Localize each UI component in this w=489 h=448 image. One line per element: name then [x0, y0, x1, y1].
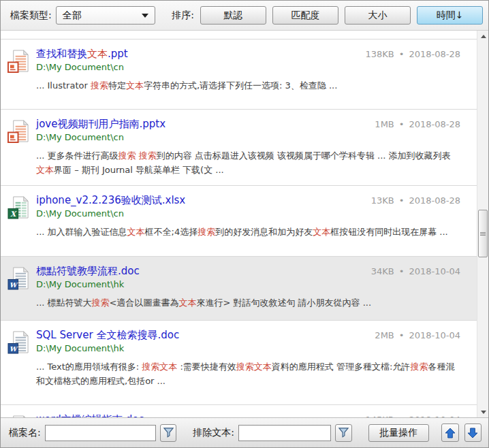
result-path: D:\My Document\cn: [36, 208, 460, 219]
result-snippet: ... 更多条件进行高级搜索 搜索到的内容 点击标题进入该视频 该视频属于哪个学…: [36, 148, 460, 177]
result-date: 2018-10-04: [409, 266, 460, 276]
file-type-label: 檔案類型:: [10, 10, 52, 22]
exclude-text-input[interactable]: [238, 425, 331, 441]
move-down-button[interactable]: [464, 423, 482, 442]
result-snippet: ... 加入群输入验证信息文本框不全;4选择搜索到的好发消息和加为好友文本框按钮…: [36, 225, 460, 239]
result-date: 2018-10-04: [409, 415, 460, 417]
result-item[interactable]: jove视频期刊用户指南.pptx 1MB•2018-08-28 D:\My D…: [1, 110, 477, 186]
result-meta: 13KB•2018-08-28: [363, 195, 460, 206]
xlsx-file-icon: X: [7, 195, 30, 221]
ppt-file-icon: [7, 119, 30, 144]
move-up-button[interactable]: [441, 423, 459, 442]
result-date: 2018-08-28: [409, 119, 460, 129]
result-snippet: ... Text的應用領域有很多: 搜索文本 :需要快捷有效搜索文本資料的應用程…: [36, 359, 460, 388]
file-type-select[interactable]: 全部: [56, 6, 155, 25]
result-item-partial[interactable]: W word文檔編輯指南.doc 145KB•2018-10-04 D:\My …: [1, 405, 477, 417]
result-size: 145KB: [366, 415, 394, 417]
file-type-selected-value: 全部: [63, 10, 82, 22]
filename-filter-input[interactable]: [45, 425, 156, 441]
vertical-scrollbar[interactable]: [477, 31, 488, 417]
chevron-down-icon: [142, 14, 148, 18]
scroll-down-button[interactable]: [477, 406, 488, 417]
scrollbar-grip-icon: [480, 231, 486, 236]
result-title-link[interactable]: SQL Server 全文檢索搜尋.doc: [36, 329, 179, 342]
result-path: D:\My Document\cn: [36, 62, 460, 72]
result-title-link[interactable]: 查找和替换文本.ppt: [36, 48, 128, 61]
result-meta: 34KB•2018-10-04: [363, 266, 460, 276]
ppt-file-icon: [7, 49, 30, 74]
funnel-icon: [338, 427, 349, 438]
result-date: 2018-08-28: [409, 49, 460, 59]
result-date: 2018-10-04: [409, 330, 460, 340]
result-path: D:\My Document\hk: [36, 279, 460, 289]
result-snippet: ... Ilustrator 搜索特定文本字符串的方式,请选择下列任一选项: 3…: [36, 78, 460, 93]
exclude-text-label: 排除文本:: [193, 427, 234, 439]
result-content: iphone_v2.2.236验收测试.xlsx 13KB•2018-08-28…: [36, 194, 460, 256]
result-title-link[interactable]: 標點符號教學流程.doc: [36, 265, 140, 278]
doc-file-icon: W: [7, 415, 30, 417]
arrow-down-icon: [467, 428, 478, 438]
result-meta: 145KB•2018-10-04: [358, 415, 461, 417]
result-size: 2MB: [375, 330, 394, 340]
result-title-link[interactable]: word文檔編輯指南.doc: [36, 413, 144, 417]
sort-button-default[interactable]: 默認: [200, 6, 266, 25]
results-list: 查找和替换文本.ppt 138KB•2018-08-28 D:\My Docum…: [1, 31, 477, 417]
scrollbar-thumb[interactable]: [478, 210, 488, 257]
result-size: 138KB: [366, 49, 394, 59]
result-content: 查找和替换文本.ppt 138KB•2018-08-28 D:\My Docum…: [36, 48, 460, 109]
result-size: 34KB: [371, 266, 394, 276]
sort-label: 排序:: [172, 10, 194, 22]
sort-button-time[interactable]: 時間↓: [417, 6, 483, 25]
result-item[interactable]: W 標點符號教學流程.doc 34KB•2018-10-04 D:\My Doc…: [1, 257, 477, 321]
result-icon-column: [7, 48, 36, 109]
result-meta: 138KB•2018-08-28: [358, 49, 461, 59]
result-content: word文檔編輯指南.doc 145KB•2018-10-04 D:\My Do…: [36, 413, 460, 417]
result-item[interactable]: W SQL Server 全文檢索搜尋.doc 2MB•2018-10-04 D…: [1, 321, 477, 405]
scroll-up-button[interactable]: [477, 31, 488, 42]
funnel-icon: [163, 427, 174, 438]
result-title-link[interactable]: iphone_v2.2.236验收测试.xlsx: [36, 194, 185, 207]
result-meta: 1MB•2018-08-28: [366, 119, 460, 129]
triangle-down-icon: [481, 411, 486, 414]
sort-button-match[interactable]: 匹配度: [272, 6, 338, 25]
filename-filter-button[interactable]: [160, 424, 177, 442]
bottom-toolbar: 檔案名: 排除文本: 批量操作: [1, 417, 488, 447]
result-icon-column: W: [7, 265, 36, 320]
sort-button-size[interactable]: 大小: [345, 6, 411, 25]
result-meta: 2MB•2018-10-04: [366, 330, 460, 340]
result-path: D:\My Document\cn: [36, 132, 460, 142]
filename-filter-label: 檔案名:: [9, 427, 41, 439]
batch-operations-button[interactable]: 批量操作: [368, 424, 429, 442]
doc-file-icon: W: [7, 266, 30, 291]
result-date: 2018-08-28: [409, 195, 460, 206]
top-toolbar: 檔案類型: 全部 排序: 默認匹配度大小時間↓: [1, 1, 488, 31]
result-content: 標點符號教學流程.doc 34KB•2018-10-04 D:\My Docum…: [36, 265, 460, 320]
results-area: 查找和替换文本.ppt 138KB•2018-08-28 D:\My Docum…: [1, 31, 488, 417]
result-item[interactable]: X iphone_v2.2.236验收测试.xlsx 13KB•2018-08-…: [1, 186, 477, 257]
file-search-window: 檔案類型: 全部 排序: 默認匹配度大小時間↓ 查找和替换文本.ppt 138K…: [0, 0, 489, 448]
result-icon-column: W: [7, 413, 36, 417]
doc-file-icon: W: [7, 330, 30, 355]
arrow-up-icon: [445, 428, 456, 438]
result-icon-column: [7, 118, 36, 185]
sort-group: 排序: 默認匹配度大小時間↓: [172, 6, 483, 25]
result-icon-column: X: [7, 194, 36, 256]
result-icon-column: W: [7, 329, 36, 404]
result-item[interactable]: 查找和替换文本.ppt 138KB•2018-08-28 D:\My Docum…: [1, 39, 477, 110]
result-size: 13KB: [371, 195, 394, 206]
result-path: D:\My Document\hk: [36, 343, 460, 353]
result-snippet: ... 標點符號大搜索<適合以圖畫書為文本來進行> 對話句改敘述句 請小朋友從內…: [36, 295, 460, 310]
triangle-up-icon: [481, 35, 486, 38]
result-title-link[interactable]: jove视频期刊用户指南.pptx: [36, 118, 165, 131]
result-content: SQL Server 全文檢索搜尋.doc 2MB•2018-10-04 D:\…: [36, 329, 460, 404]
result-size: 1MB: [375, 119, 394, 129]
result-content: jove视频期刊用户指南.pptx 1MB•2018-08-28 D:\My D…: [36, 118, 460, 185]
exclude-filter-button[interactable]: [335, 424, 352, 442]
